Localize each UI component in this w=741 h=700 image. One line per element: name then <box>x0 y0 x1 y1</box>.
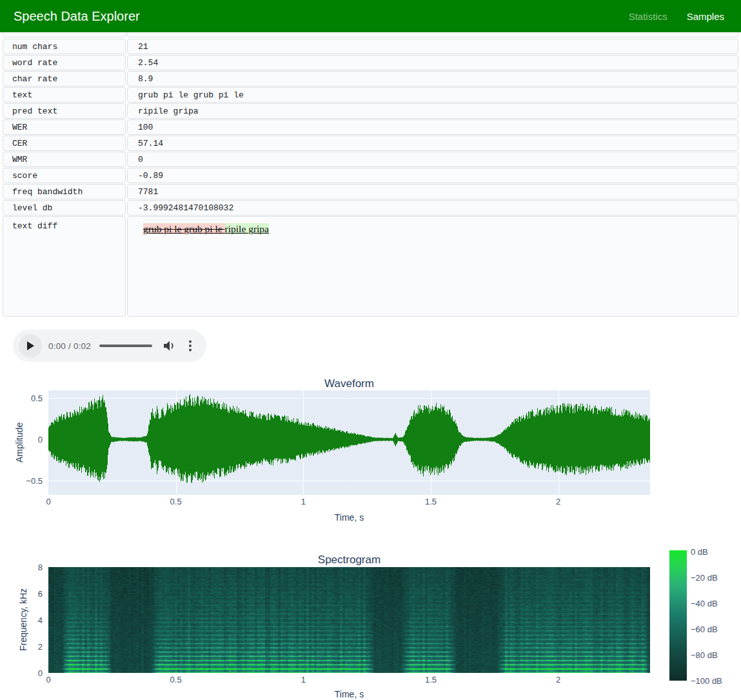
x-tick-label: 0.5 <box>170 675 182 685</box>
x-tick-label: 0 <box>46 497 50 506</box>
row-value: grub pi le grub pi le ripile gripa <box>127 216 738 317</box>
waveform-xticks: 00.511.52 <box>48 497 650 507</box>
table-row: num chars21 <box>3 39 738 54</box>
row-value: grub pi le grub pi le <box>127 87 738 103</box>
colorbar-tick-label: 0 dB <box>691 547 708 557</box>
table-row: char rate8.9 <box>3 71 738 86</box>
colorbar-tick-label: −80 dB <box>691 650 718 660</box>
navbar-links: Statistics Samples <box>629 11 724 22</box>
colorbar-tick-label: −60 dB <box>691 625 718 634</box>
colorbar-tick-label: −40 dB <box>691 599 718 608</box>
play-icon <box>26 341 35 350</box>
spectrogram-title: Spectrogram <box>48 554 650 566</box>
y-tick-label: 4 <box>38 615 43 625</box>
row-label: freq bandwidth <box>3 184 126 199</box>
x-tick-label: 0 <box>46 675 50 685</box>
x-tick-label: 1 <box>301 675 306 685</box>
y-tick-label: 6 <box>38 589 43 599</box>
row-label: char rate <box>3 71 126 86</box>
row-value: 57.14 <box>127 135 738 151</box>
x-tick-label: 2 <box>556 497 560 506</box>
diff-inserted-text: ripile gripa <box>225 223 269 234</box>
row-value: 8.9 <box>127 71 738 86</box>
y-tick-label: 2 <box>38 642 43 652</box>
row-label: WER <box>3 119 126 135</box>
audio-menu-button[interactable] <box>185 340 195 352</box>
audio-seek-bar[interactable] <box>99 345 152 347</box>
x-tick-label: 1 <box>301 497 306 506</box>
row-label: text diff <box>3 216 126 317</box>
row-label: pred text <box>3 103 126 119</box>
table-row: WER100 <box>3 119 738 135</box>
table-row: WMR0 <box>3 152 738 167</box>
x-tick-label: 1.5 <box>425 675 437 685</box>
play-button[interactable] <box>19 334 42 357</box>
spectrogram-xlabel: Time, s <box>48 689 650 699</box>
y-tick-label: 8 <box>38 563 43 572</box>
y-tick-label: −0.5 <box>26 475 43 485</box>
row-value: -3.9992481470108032 <box>127 200 738 215</box>
row-value: -0.89 <box>127 168 738 183</box>
spectrogram-canvas[interactable] <box>48 567 650 673</box>
audio-player[interactable]: 0:00 / 0:02 <box>13 330 206 362</box>
table-row-clipped <box>3 32 738 37</box>
x-tick-label: 0.5 <box>170 497 182 506</box>
waveform-canvas[interactable] <box>48 390 650 495</box>
table-row: pred textripile gripa <box>3 103 738 119</box>
table-row: word rate2.54 <box>3 55 738 70</box>
table-row: CER57.14 <box>3 135 738 151</box>
y-tick-label: 0.5 <box>31 394 43 403</box>
row-label: CER <box>3 135 126 151</box>
row-label: WMR <box>3 152 126 167</box>
nav-samples[interactable]: Samples <box>687 11 724 22</box>
y-tick-label: 0 <box>38 668 43 678</box>
app-title: Speech Data Explorer <box>14 9 140 24</box>
row-value: 100 <box>127 119 738 135</box>
nav-statistics[interactable]: Statistics <box>629 11 667 22</box>
row-value: 2.54 <box>127 55 738 70</box>
row-label: num chars <box>3 39 126 54</box>
waveform-xlabel: Time, s <box>48 512 650 523</box>
row-label-clipped <box>3 32 126 37</box>
row-label: text <box>3 87 126 103</box>
row-value-clipped <box>127 32 738 37</box>
row-value: ripile gripa <box>127 103 738 119</box>
page: Speech Data Explorer Statistics Samples … <box>0 0 741 700</box>
row-value: 0 <box>127 152 738 167</box>
row-label: score <box>3 168 126 183</box>
spectrogram-yticks: 86420 <box>0 567 45 673</box>
row-label: level db <box>3 200 126 215</box>
colorbar-labels: 0 dB−20 dB−40 dB−60 dB−80 dB−100 dB <box>691 550 741 681</box>
x-tick-label: 1.5 <box>425 497 437 506</box>
volume-button[interactable] <box>163 341 177 351</box>
sample-detail-table: num chars21word rate2.54char rate8.9text… <box>3 32 738 317</box>
row-value: 21 <box>127 39 738 54</box>
spectrogram-xticks: 00.511.52 <box>48 675 650 685</box>
navbar: Speech Data Explorer Statistics Samples <box>0 0 741 32</box>
table-row: textgrub pi le grub pi le <box>3 87 738 103</box>
row-label: word rate <box>3 55 126 70</box>
waveform-yticks: 0.50−0.5 <box>0 390 45 495</box>
table-row: text diffgrub pi le grub pi le ripile gr… <box>3 216 738 317</box>
waveform-title: Waveform <box>48 377 650 390</box>
volume-icon <box>164 341 175 351</box>
colorbar-tick-label: −20 dB <box>691 573 718 583</box>
table-row: level db-3.9992481470108032 <box>3 200 738 215</box>
colorbar-tick-label: −100 dB <box>691 676 722 686</box>
y-tick-label: 0 <box>38 435 43 445</box>
kebab-menu-icon <box>188 340 192 352</box>
row-value: 7781 <box>127 184 738 199</box>
diff-deleted-text: grub pi le grub pi le <box>143 223 225 234</box>
x-tick-label: 2 <box>556 675 560 685</box>
colorbar <box>669 550 687 681</box>
table-row: score-0.89 <box>3 168 738 183</box>
audio-time: 0:00 / 0:02 <box>48 341 91 351</box>
table-row: freq bandwidth7781 <box>3 184 738 199</box>
